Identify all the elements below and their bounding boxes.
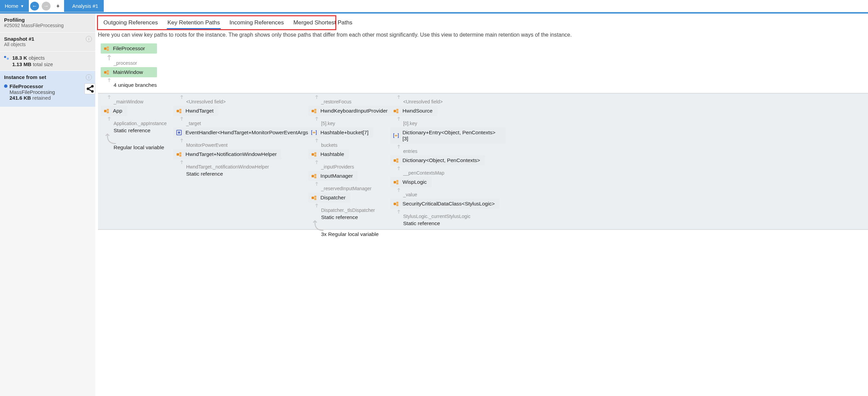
instance-retained: 241.6 KB bbox=[9, 95, 31, 101]
graph-node-mainwindow[interactable]: MainWindow bbox=[101, 67, 157, 77]
info-icon[interactable]: i bbox=[86, 74, 92, 80]
snapshot-block[interactable]: i Snapshot #1 All objects bbox=[0, 33, 95, 52]
node-label: WispLogic bbox=[402, 179, 427, 185]
graph-node-root[interactable]: FileProcessor bbox=[101, 43, 157, 54]
class-icon bbox=[176, 108, 182, 114]
graph-node[interactable]: Dispatcher bbox=[308, 193, 350, 203]
class-icon bbox=[176, 151, 182, 157]
class-icon bbox=[393, 157, 399, 163]
node-label: HwndKeyboardInputProvider bbox=[320, 108, 388, 114]
class-icon bbox=[311, 108, 317, 114]
instance-title: Instance from set bbox=[4, 74, 91, 80]
graph-node[interactable]: EventHandler<HwndTarget+MonitorPowerEven… bbox=[173, 127, 316, 138]
profiling-block[interactable]: Profiling #25092 MassFileProcessing bbox=[0, 14, 95, 33]
edge-label: _value bbox=[403, 192, 417, 197]
arrow-icon bbox=[312, 203, 321, 207]
graph-node[interactable]: HwndKeyboardInputProvider bbox=[308, 106, 392, 116]
instance-bullet-icon bbox=[4, 84, 7, 88]
info-icon[interactable]: i bbox=[86, 36, 92, 42]
nav-controls: ← → + bbox=[29, 0, 64, 12]
objects-count: 18.3 K bbox=[12, 55, 27, 61]
class-icon bbox=[103, 108, 110, 114]
plus-icon: + bbox=[56, 3, 59, 9]
arrow-left-icon: ← bbox=[32, 3, 37, 9]
reference-kind: 3x Regular local variable bbox=[321, 231, 379, 237]
snapshot-subtitle: All objects bbox=[4, 42, 91, 47]
new-tab-button[interactable]: + bbox=[52, 0, 64, 12]
graph-node[interactable]: Dictionary+Entry<Object, PenContexts>[3] bbox=[390, 127, 506, 144]
class-icon bbox=[103, 69, 110, 75]
tab-outgoing-references[interactable]: Outgoing References bbox=[103, 19, 158, 26]
tab-incoming-references[interactable]: Incoming References bbox=[230, 19, 284, 26]
reference-kind: Regular local variable bbox=[114, 144, 164, 151]
arrow-icon bbox=[105, 94, 114, 99]
top-toolbar: Home ▼ ← → + Analysis #1 bbox=[0, 0, 868, 12]
reference-kind: Static reference bbox=[321, 214, 358, 220]
curve-arrow-icon bbox=[312, 220, 324, 231]
arrow-icon bbox=[394, 116, 403, 121]
stats-block[interactable]: 18.3 K objects 1.13 MB total size bbox=[0, 52, 95, 71]
arrow-right-icon: → bbox=[43, 3, 49, 9]
graph-node[interactable]: App bbox=[101, 106, 127, 116]
sidebar: Profiling #25092 MassFileProcessing i Sn… bbox=[0, 14, 95, 396]
graph-node[interactable]: HwndTarget+NotificationWindowHelper bbox=[173, 149, 281, 159]
nav-forward-button[interactable]: → bbox=[42, 2, 51, 11]
class-icon bbox=[393, 108, 399, 114]
class-icon bbox=[311, 151, 317, 157]
graph-node[interactable]: Hashtable+bucket[7] bbox=[308, 127, 373, 138]
graph-node[interactable]: HwndTarget bbox=[173, 106, 218, 116]
instance-block[interactable]: i Instance from set FileProcessor MassFi… bbox=[0, 71, 95, 107]
arrow-icon bbox=[312, 138, 321, 142]
node-label: SecurityCriticalDataClass<StylusLogic> bbox=[402, 201, 495, 207]
subtabs: Outgoing References Key Retention Paths … bbox=[98, 16, 358, 29]
array-icon bbox=[311, 130, 317, 136]
profiling-subtitle: #25092 MassFileProcessing bbox=[4, 23, 91, 28]
class-icon bbox=[393, 201, 399, 207]
subtabs-container: Outgoing References Key Retention Paths … bbox=[98, 16, 335, 29]
arrow-icon bbox=[105, 116, 114, 121]
node-label: Hashtable bbox=[320, 151, 344, 157]
tab-key-retention-paths[interactable]: Key Retention Paths bbox=[167, 19, 220, 26]
reference-kind: Static reference bbox=[114, 127, 151, 134]
graph-node[interactable]: InputManager bbox=[308, 171, 358, 181]
node-label: MainWindow bbox=[113, 69, 143, 75]
graph-node[interactable]: Dictionary<Object, PenContexts> bbox=[390, 155, 485, 165]
arrow-icon bbox=[177, 159, 186, 164]
node-label: Dictionary<Object, PenContexts> bbox=[402, 157, 480, 163]
graph-node[interactable]: SecurityCriticalDataClass<StylusLogic> bbox=[390, 199, 499, 209]
tab-merged-shortest-paths[interactable]: Merged Shortest Paths bbox=[293, 19, 352, 26]
node-label: App bbox=[113, 108, 122, 114]
node-label: HwndSource bbox=[402, 108, 433, 114]
graph-branch-2: _restoreFocus HwndKeyboardInputProvider … bbox=[308, 94, 386, 237]
arrow-icon bbox=[177, 116, 186, 121]
edge-label: _mainWindow bbox=[114, 99, 143, 104]
node-label: Dictionary+Entry<Object, PenContexts>[3] bbox=[402, 130, 501, 142]
node-label: Hashtable+bucket[7] bbox=[320, 130, 369, 136]
home-button[interactable]: Home ▼ bbox=[0, 0, 29, 12]
class-icon bbox=[311, 195, 317, 201]
instance-name: FileProcessor bbox=[9, 83, 55, 89]
snapshot-title: Snapshot #1 bbox=[4, 36, 91, 42]
arrow-icon bbox=[394, 165, 403, 170]
share-icon bbox=[85, 84, 95, 94]
analysis-tab[interactable]: Analysis #1 bbox=[64, 0, 104, 12]
arrow-icon bbox=[105, 77, 114, 82]
node-label: HwndTarget+NotificationWindowHelper bbox=[185, 151, 277, 157]
instance-namespace: MassFileProcessing bbox=[9, 89, 55, 95]
nav-back-button[interactable]: ← bbox=[30, 2, 39, 11]
graph-node[interactable]: Hashtable bbox=[308, 149, 349, 159]
class-icon bbox=[103, 45, 110, 52]
retention-graph: FileProcessor _processor MainWindow 4 un… bbox=[98, 43, 868, 237]
node-label: EventHandler<HwndTarget+MonitorPowerEven… bbox=[185, 130, 311, 136]
curve-arrow-icon bbox=[105, 134, 116, 144]
edge-label: entries bbox=[403, 148, 417, 154]
objects-icon bbox=[4, 56, 9, 60]
edge-label: Dispatcher._tlsDispatcher bbox=[321, 207, 375, 213]
edge-label: [5].key bbox=[321, 121, 335, 126]
graph-node[interactable]: WispLogic bbox=[390, 177, 432, 187]
edge-label: [0].key bbox=[403, 121, 417, 126]
graph-node[interactable]: HwndSource bbox=[390, 106, 437, 116]
share-button[interactable] bbox=[84, 83, 95, 94]
node-label: Dispatcher bbox=[320, 195, 346, 201]
edge-label: _reservedInputManager bbox=[321, 186, 372, 191]
